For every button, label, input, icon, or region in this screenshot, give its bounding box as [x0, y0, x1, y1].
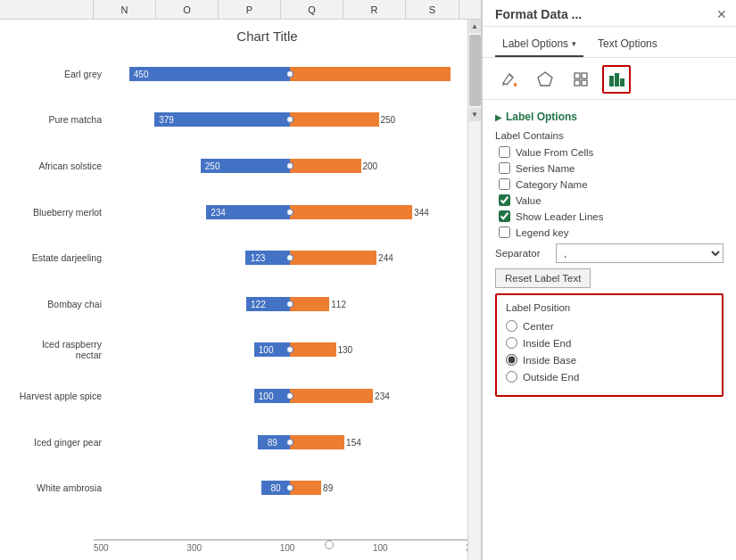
bars-area: 234344: [107, 189, 472, 235]
svg-rect-8: [620, 78, 624, 86]
icon-row: [483, 58, 736, 100]
dot-handle[interactable]: [286, 70, 294, 78]
svg-rect-2: [575, 73, 580, 78]
bar-row: Iced ginger pear89154: [13, 419, 472, 465]
col-n: N: [94, 0, 156, 19]
dot-handle[interactable]: [286, 162, 294, 169]
col-p: P: [219, 0, 281, 19]
tab-text-options[interactable]: Text Options: [591, 34, 665, 57]
radio-label: Outside End: [523, 372, 579, 383]
dot-handle[interactable]: [286, 392, 294, 399]
label-position-title: Label Position: [506, 302, 713, 313]
bar-label-blue: 100: [259, 345, 274, 355]
row-label: Blueberry merlot: [13, 207, 107, 218]
row-label: Estate darjeeling: [13, 252, 107, 263]
bar-label-orange: 244: [378, 253, 393, 263]
checkbox-category-name[interactable]: [499, 178, 510, 190]
row-label: Earl grey: [13, 69, 107, 79]
radio-label: Center: [523, 321, 554, 332]
checkbox-label: Value: [516, 195, 542, 206]
pentagon-icon-btn[interactable]: [531, 65, 559, 94]
dot-handle[interactable]: [286, 484, 294, 491]
layout-icon-btn[interactable]: [566, 65, 595, 94]
orange-bar: [290, 435, 345, 449]
section-triangle: ▶: [495, 112, 502, 122]
chart-area: N O P Q R S Chart Title Earl grey450Pure…: [0, 0, 482, 560]
bar-label-orange: 89: [323, 483, 333, 493]
dot-handle[interactable]: [286, 116, 294, 123]
bar-label-orange: 200: [363, 161, 378, 170]
bar-label-blue: 89: [268, 437, 277, 447]
panel-content: ▶ Label Options Label Contains Value Fro…: [483, 100, 736, 560]
svg-rect-0: [514, 83, 517, 86]
reset-label-btn[interactable]: Reset Label Text: [495, 268, 591, 288]
bar-label-blue: 250: [205, 161, 220, 170]
panel-title: Format Data ...: [495, 7, 582, 21]
checkbox-row: Legend key: [495, 226, 724, 238]
bar-label-orange: 344: [414, 207, 429, 217]
orange-bar: [290, 205, 413, 219]
right-panel: Format Data ... ✕ Label Options ▾ Text O…: [482, 0, 736, 560]
svg-marker-1: [538, 72, 552, 86]
col-r: R: [343, 0, 406, 19]
bar-label-blue: 123: [251, 253, 266, 263]
dot-handle[interactable]: [286, 209, 294, 216]
row-label: Harvest apple spice: [13, 391, 107, 401]
dot-handle[interactable]: [286, 439, 294, 446]
chart-body: Earl grey450Pure matcha379250African sol…: [13, 51, 472, 511]
checkbox-value[interactable]: [499, 194, 510, 206]
scroll-thumb[interactable]: [469, 35, 481, 106]
dot-handle[interactable]: [286, 301, 294, 308]
scroll-up-arrow[interactable]: ▲: [469, 20, 481, 33]
svg-rect-6: [609, 76, 614, 86]
checkbox-show-leader-lines[interactable]: [499, 210, 510, 222]
checkbox-legend-key[interactable]: [499, 226, 510, 238]
radio-center[interactable]: [506, 320, 517, 332]
radio-row: Center: [506, 320, 713, 332]
radio-outside-end[interactable]: [506, 371, 517, 383]
bar-chart-icon-btn[interactable]: [602, 65, 631, 94]
tab-label-options[interactable]: Label Options ▾: [495, 34, 583, 57]
radio-label: Inside End: [523, 338, 571, 349]
checkbox-row: Series Name: [495, 162, 724, 174]
radio-row: Inside End: [506, 337, 713, 349]
radio-inside-end[interactable]: [506, 337, 517, 349]
separator-label: Separator: [495, 248, 549, 259]
separator-select[interactable]: ,;. (New Line): [556, 243, 724, 263]
scroll-handle[interactable]: [325, 540, 334, 549]
dot-handle[interactable]: [286, 346, 294, 353]
column-headers: N O P Q R S: [0, 0, 481, 20]
panel-close-button[interactable]: ✕: [716, 7, 727, 21]
checkbox-label: Value From Cells: [516, 147, 593, 158]
bar-label-blue: 379: [159, 115, 174, 125]
checkbox-label: Series Name: [516, 163, 575, 174]
panel-header: Format Data ... ✕: [483, 0, 736, 27]
bars-area: 89154: [107, 419, 472, 465]
chart-container: Chart Title Earl grey450Pure matcha37925…: [0, 20, 481, 560]
radio-inside-base[interactable]: [506, 354, 517, 366]
checkbox-value-from-cells[interactable]: [499, 146, 510, 158]
bars-area: 100130: [107, 327, 472, 374]
scrollbar[interactable]: ▲ ▼: [467, 20, 481, 560]
col-o: O: [156, 0, 219, 19]
scroll-down-arrow[interactable]: ▼: [469, 108, 481, 121]
bar-label-blue: 450: [134, 69, 149, 78]
paint-bucket-icon-btn[interactable]: [495, 65, 524, 94]
bars-area: 379250: [107, 97, 472, 144]
separator-row: Separator ,;. (New Line): [495, 243, 724, 263]
checkbox-label: Legend key: [516, 227, 568, 238]
dot-handle[interactable]: [286, 254, 294, 261]
bar-label-blue: 122: [251, 299, 266, 309]
bars-area: 123244: [107, 235, 472, 281]
checkbox-series-name[interactable]: [499, 162, 510, 174]
orange-bar: [290, 297, 330, 311]
bar-row: Blueberry merlot234344: [13, 189, 472, 235]
checkbox-row: Show Leader Lines: [495, 210, 724, 222]
orange-bar: [290, 112, 379, 127]
panel-tabs: Label Options ▾ Text Options: [483, 27, 736, 58]
checkbox-label: Category Name: [516, 179, 588, 190]
checkbox-label: Show Leader Lines: [516, 211, 603, 222]
bars-area: 100234: [107, 373, 472, 419]
label-contains-title: Label Contains: [495, 130, 724, 141]
radio-container: CenterInside EndInside BaseOutside End: [506, 320, 713, 383]
